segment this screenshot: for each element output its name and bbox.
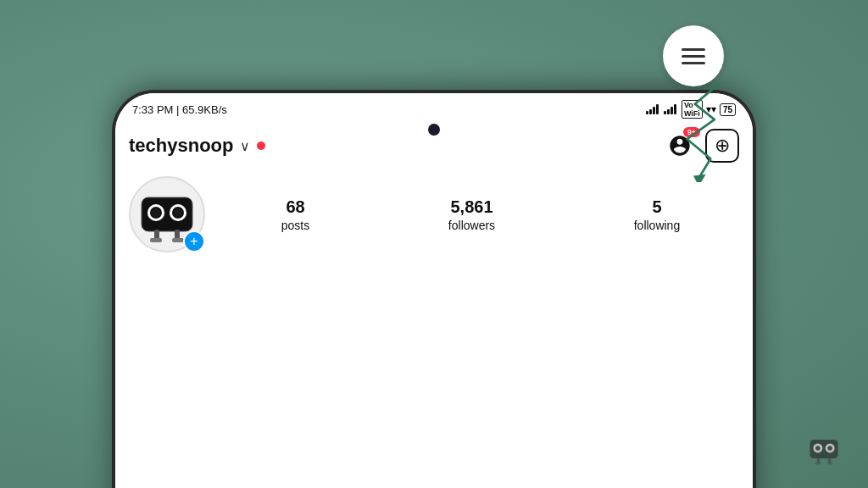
hamburger-line-1 <box>682 48 705 51</box>
username: techysnoop <box>129 135 233 157</box>
svg-point-4 <box>152 208 160 217</box>
status-bar: 7:33 PM | 65.9KB/s <box>115 93 753 122</box>
dropdown-icon[interactable]: ∨ <box>240 138 250 154</box>
profile-info-row: + 68 posts 5,861 followers 5 following <box>129 176 739 266</box>
following-stat[interactable]: 5 following <box>634 197 680 232</box>
bar1 <box>646 111 648 114</box>
status-time-speed: 7:33 PM | 65.9KB/s <box>132 103 227 116</box>
hamburger-line-3 <box>682 62 705 64</box>
status-separator: | <box>176 103 182 116</box>
live-indicator <box>257 141 265 150</box>
svg-rect-11 <box>172 238 184 242</box>
svg-rect-10 <box>150 238 162 242</box>
hamburger-menu-button[interactable] <box>663 25 724 86</box>
svg-point-16 <box>827 446 832 451</box>
posts-label: posts <box>281 219 309 232</box>
followers-count: 5,861 <box>450 197 492 217</box>
add-story-button[interactable]: + <box>183 230 205 252</box>
watermark-robot <box>805 430 843 471</box>
followers-label: followers <box>448 219 495 232</box>
status-speed: 65.9KB/s <box>182 103 227 116</box>
svg-point-14 <box>815 446 821 451</box>
posts-count: 68 <box>286 197 304 217</box>
svg-rect-19 <box>815 462 821 464</box>
followers-stat[interactable]: 5,861 followers <box>448 197 495 232</box>
signal-bars-1 <box>646 104 659 114</box>
status-time: 7:33 PM <box>132 103 173 116</box>
hamburger-line-2 <box>682 55 705 58</box>
arrow-annotation <box>669 80 737 186</box>
following-label: following <box>634 219 680 232</box>
bar4 <box>656 104 659 114</box>
username-left: techysnoop ∨ <box>129 135 265 157</box>
posts-stat[interactable]: 68 posts <box>281 197 309 232</box>
following-count: 5 <box>652 197 661 217</box>
bar5 <box>664 111 666 114</box>
profile-stats: 68 posts 5,861 followers 5 following <box>222 197 739 232</box>
front-camera <box>428 124 440 136</box>
phone-frame: 7:33 PM | 65.9KB/s <box>112 90 756 488</box>
bar2 <box>649 109 652 114</box>
svg-marker-0 <box>693 175 706 182</box>
avatar-wrapper: + <box>129 176 205 252</box>
phone-screen: 7:33 PM | 65.9KB/s <box>115 93 753 488</box>
svg-rect-20 <box>826 462 833 464</box>
bar3 <box>653 107 655 114</box>
svg-point-7 <box>174 208 182 217</box>
profile-header: techysnoop ∨ 9+ ⊕ <box>115 122 753 266</box>
